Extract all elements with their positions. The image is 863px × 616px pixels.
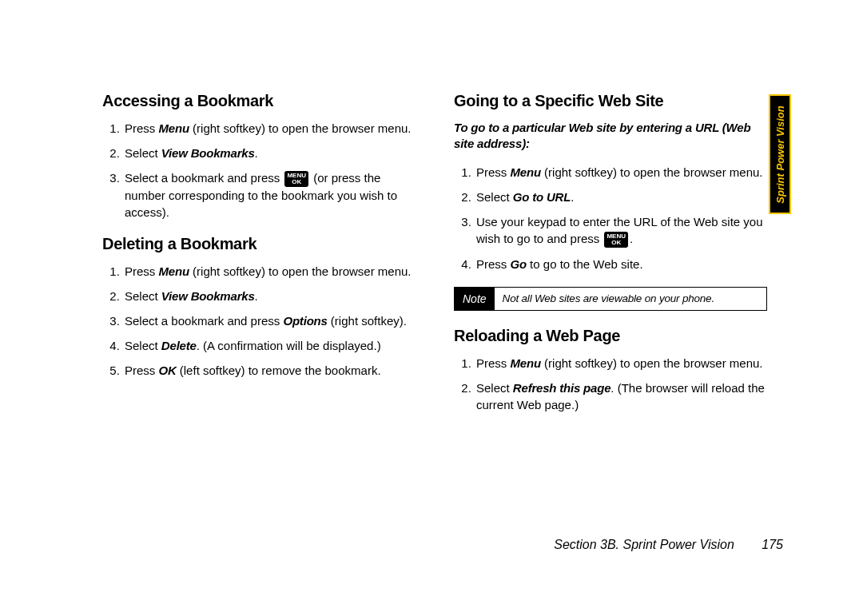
- text-bold: Menu: [511, 356, 541, 370]
- page-footer: Section 3B. Sprint Power Vision 175: [554, 538, 783, 552]
- list-item: Press Go to go to the Web site.: [475, 256, 774, 272]
- list-item: Select Go to URL.: [475, 189, 774, 205]
- manual-page: Sprint Power Vision Accessing a Bookmark…: [0, 0, 863, 616]
- list-item: Press OK (left softkey) to remove the bo…: [123, 362, 422, 379]
- footer-page-number: 175: [762, 538, 783, 551]
- text: Select: [476, 381, 513, 395]
- list-item: Press Menu (right softkey) to open the b…: [475, 164, 774, 181]
- steps-deleting-bookmark: Press Menu (right softkey) to open the b…: [102, 263, 422, 379]
- two-column-layout: Accessing a Bookmark Press Menu (right s…: [102, 92, 791, 427]
- list-item: Press Menu (right softkey) to open the b…: [123, 120, 422, 137]
- menu-ok-icon: MENUOK: [284, 171, 308, 187]
- text: (right softkey).: [328, 314, 407, 328]
- footer-section: Section 3B. Sprint Power Vision: [554, 538, 734, 551]
- text: .: [571, 190, 574, 204]
- list-item: Select Refresh this page. (The browser w…: [475, 380, 774, 413]
- text: Select: [125, 289, 161, 303]
- text: .: [630, 232, 633, 245]
- list-item: Select View Bookmarks.: [123, 145, 422, 161]
- text-bold: Menu: [159, 264, 189, 278]
- text: (right softkey) to open the browser menu…: [541, 165, 763, 179]
- text: Select: [125, 339, 161, 352]
- text: (right softkey) to open the browser menu…: [189, 121, 412, 135]
- steps-going-to-site: Press Menu (right softkey) to open the b…: [454, 164, 774, 272]
- text-bold: Menu: [511, 165, 541, 179]
- list-item: Select a bookmark and press MENUOK (or p…: [123, 169, 422, 221]
- list-item: Press Menu (right softkey) to open the b…: [475, 355, 774, 372]
- list-item: Select a bookmark and press Options (rig…: [123, 312, 422, 329]
- text-bold: Go: [511, 257, 527, 271]
- text: Press: [125, 121, 159, 135]
- text: (left softkey) to remove the bookmark.: [177, 364, 381, 377]
- text-bold: Go to URL: [513, 190, 571, 204]
- lead-text: To go to a particular Web site by enteri…: [454, 120, 774, 153]
- note-callout: Note Not all Web sites are viewable on y…: [454, 287, 767, 311]
- heading-deleting-bookmark: Deleting a Bookmark: [102, 235, 422, 253]
- text-bold: Options: [283, 314, 327, 328]
- text: Select: [125, 146, 161, 160]
- text: Press: [476, 356, 511, 370]
- menu-ok-icon: MENUOK: [604, 232, 628, 248]
- text: .: [255, 146, 258, 160]
- list-item: Select View Bookmarks.: [123, 288, 422, 304]
- text: Press: [476, 165, 511, 179]
- heading-reloading-page: Reloading a Web Page: [454, 327, 774, 345]
- heading-accessing-bookmark: Accessing a Bookmark: [102, 92, 422, 110]
- text: Select: [476, 190, 513, 204]
- list-item: Select Delete. (A confirmation will be d…: [123, 337, 422, 354]
- note-label: Note: [455, 288, 495, 310]
- text: . (A confirmation will be displayed.): [197, 339, 381, 352]
- text: Press: [125, 364, 159, 377]
- section-side-tab: Sprint Power Vision: [769, 94, 791, 214]
- heading-going-to-site: Going to a Specific Web Site: [454, 92, 774, 110]
- right-column: Going to a Specific Web Site To go to a …: [454, 92, 774, 427]
- text: Press: [476, 257, 511, 271]
- text: Select a bookmark and press: [125, 171, 283, 185]
- note-text: Not all Web sites are viewable on your p…: [495, 288, 722, 310]
- text: (right softkey) to open the browser menu…: [541, 356, 763, 370]
- text: to go to the Web site.: [527, 257, 643, 271]
- text-bold: View Bookmarks: [161, 289, 255, 303]
- text-bold: Delete: [161, 339, 197, 352]
- text: Press: [125, 264, 159, 278]
- list-item: Use your keypad to enter the URL of the …: [475, 213, 774, 248]
- text: Select a bookmark and press: [125, 314, 283, 328]
- list-item: Press Menu (right softkey) to open the b…: [123, 263, 422, 280]
- text-bold: Refresh this page: [513, 381, 610, 395]
- text-bold: Menu: [159, 121, 189, 135]
- steps-reloading-page: Press Menu (right softkey) to open the b…: [454, 355, 774, 413]
- side-tab-label: Sprint Power Vision: [774, 105, 786, 203]
- text-bold: View Bookmarks: [161, 146, 255, 160]
- left-column: Accessing a Bookmark Press Menu (right s…: [102, 92, 422, 427]
- text-bold: OK: [159, 364, 177, 377]
- steps-accessing-bookmark: Press Menu (right softkey) to open the b…: [102, 120, 422, 221]
- text: (right softkey) to open the browser menu…: [189, 264, 412, 278]
- text: .: [255, 289, 258, 303]
